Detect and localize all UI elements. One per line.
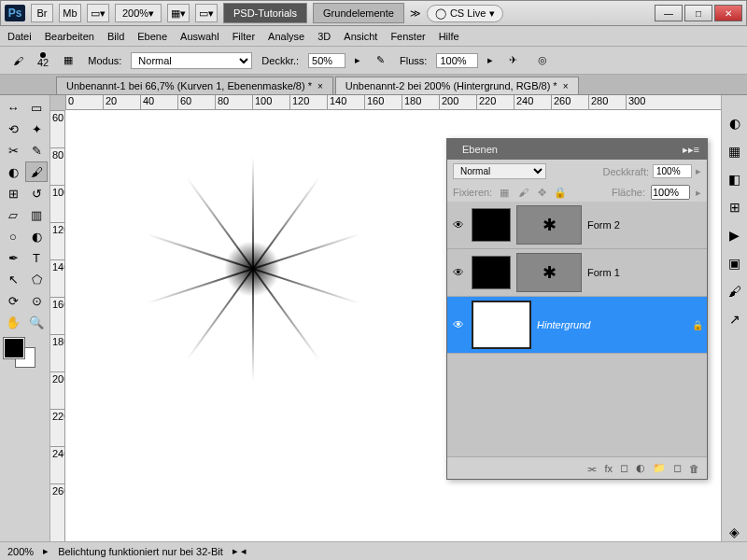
actions-panel-icon[interactable]: ▣ — [726, 254, 744, 273]
flow-dropdown-icon[interactable]: ▸ — [487, 54, 493, 66]
path-selection-tool[interactable]: ↖ — [2, 269, 24, 289]
lock-pixels-icon[interactable]: 🖌 — [516, 186, 529, 199]
new-layer-icon[interactable]: ◻ — [673, 462, 682, 474]
swatches-panel-icon[interactable]: ▦ — [726, 142, 744, 161]
panel-collapse-icon[interactable]: ▸▸ — [683, 144, 694, 156]
layer-row-form2[interactable]: 👁 ✱ Form 2 — [447, 202, 707, 249]
opacity-input[interactable] — [308, 53, 345, 68]
delete-layer-icon[interactable]: 🗑 — [689, 463, 699, 474]
foreground-color-swatch[interactable] — [4, 338, 24, 358]
blend-mode-select[interactable]: Normal — [131, 52, 252, 69]
3d-camera-tool[interactable]: ⊙ — [25, 290, 48, 311]
visibility-toggle-icon[interactable]: 👁 — [451, 318, 466, 331]
hand-tool[interactable]: ✋ — [2, 312, 24, 332]
vertical-ruler[interactable]: 6080100120140160180200220240260 — [50, 110, 65, 541]
color-panel-icon[interactable]: ◐ — [726, 114, 744, 133]
visibility-toggle-icon[interactable]: 👁 — [451, 218, 466, 231]
shape-tool[interactable]: ⬠ — [25, 269, 48, 289]
brush-tool-icon[interactable]: 🖌 — [7, 50, 28, 71]
status-zoom[interactable]: 200% — [7, 546, 34, 557]
menu-filter[interactable]: Filter — [233, 31, 255, 42]
arrange-docs-button[interactable]: ▭▾ — [195, 4, 218, 22]
type-tool[interactable]: T — [25, 247, 48, 268]
layer-row-form1[interactable]: 👁 ✱ Form 1 — [447, 249, 707, 297]
menu-datei[interactable]: Datei — [7, 31, 32, 42]
document-tab-2[interactable]: Unbenannt-2 bei 200% (Hintergrund, RGB/8… — [335, 77, 579, 94]
adjustments-panel-icon[interactable]: ◧ — [726, 170, 744, 189]
layer-mask-icon[interactable]: ◻ — [620, 462, 628, 474]
eraser-tool[interactable]: ▱ — [2, 204, 24, 225]
menu-bild[interactable]: Bild — [107, 31, 124, 42]
menu-ebene[interactable]: Ebene — [137, 31, 167, 42]
blur-tool[interactable]: ○ — [2, 226, 24, 246]
layer-opacity-dropdown-icon[interactable]: ▸ — [696, 165, 701, 177]
layer-row-hintergrund[interactable]: 👁 Hintergrund 🔒 — [447, 297, 707, 354]
layer-thumb[interactable] — [472, 301, 531, 349]
menu-analyse[interactable]: Analyse — [268, 31, 304, 42]
lock-position-icon[interactable]: ✥ — [535, 186, 548, 199]
menu-bearbeiten[interactable]: Bearbeiten — [45, 31, 94, 42]
3d-tool[interactable]: ⟳ — [2, 290, 24, 311]
lasso-tool[interactable]: ⟲ — [2, 119, 24, 139]
cs-live-button[interactable]: ◯ CS Live ▾ — [427, 5, 504, 22]
opacity-pressure-icon[interactable]: ✎ — [370, 50, 390, 71]
brush-panel-toggle[interactable]: ▦ — [58, 50, 78, 71]
airbrush-icon[interactable]: ✈ — [502, 50, 523, 71]
layer-color-thumb[interactable] — [472, 208, 511, 242]
move-tool[interactable]: ↔ — [2, 97, 24, 118]
magic-wand-tool[interactable]: ✦ — [25, 119, 48, 139]
gradient-tool[interactable]: ▥ — [25, 204, 48, 225]
lock-transparency-icon[interactable]: ▦ — [498, 186, 511, 199]
workspace-tab-psd-tutorials[interactable]: PSD-Tutorials — [223, 3, 307, 23]
layers-panel-tab[interactable]: Ebenen ▸▸ ≡ — [447, 139, 707, 160]
layer-blend-mode-select[interactable]: Normal — [453, 163, 546, 179]
dodge-tool[interactable]: ◐ — [25, 226, 48, 246]
layers-panel[interactable]: Ebenen ▸▸ ≡ Normal Deckkraft: ▸ Fixieren… — [446, 138, 708, 480]
fill-input[interactable] — [651, 185, 690, 200]
adjustment-layer-icon[interactable]: ◐ — [636, 462, 645, 474]
crop-tool[interactable]: ✂ — [2, 140, 24, 161]
eyedropper-tool[interactable]: ✎ — [25, 140, 48, 161]
brush-panel-icon[interactable]: 🖌 — [726, 282, 744, 301]
color-swatches[interactable] — [2, 338, 39, 371]
doctab-1-close-icon[interactable]: × — [317, 81, 323, 91]
layer-shape-thumb[interactable]: ✱ — [516, 205, 582, 245]
zoom-level-button[interactable]: 200% ▾ — [115, 4, 162, 22]
window-close-button[interactable]: ✕ — [714, 5, 742, 21]
menu-fenster[interactable]: Fenster — [390, 31, 425, 42]
tablet-pressure-icon[interactable]: ◎ — [532, 50, 553, 71]
layer-opacity-input[interactable] — [653, 164, 692, 178]
layer-style-icon[interactable]: fx — [604, 463, 613, 474]
lock-all-icon[interactable]: 🔒 — [554, 186, 567, 199]
layer-shape-thumb[interactable]: ✱ — [516, 253, 582, 292]
history-panel-icon[interactable]: ▶ — [726, 226, 744, 245]
horizontal-ruler[interactable]: 0204060801001201401601802002202402602803… — [65, 95, 721, 110]
layer-name[interactable]: Hintergrund — [537, 319, 686, 330]
layer-name[interactable]: Form 1 — [587, 267, 703, 278]
brush-preset-picker[interactable]: 42 — [37, 52, 49, 68]
workspace-tab-grundelemente[interactable]: Grundelemente — [313, 3, 404, 23]
brush-tool[interactable]: 🖌 — [25, 161, 48, 182]
layer-color-thumb[interactable] — [472, 256, 511, 289]
opacity-dropdown-icon[interactable]: ▸ — [355, 54, 360, 66]
styles-panel-icon[interactable]: ⊞ — [726, 198, 744, 217]
document-tab-1[interactable]: Unbenannt-1 bei 66,7% (Kurven 1, Ebenenm… — [56, 77, 333, 94]
window-minimize-button[interactable]: — — [655, 5, 683, 21]
menu-hilfe[interactable]: Hilfe — [439, 31, 459, 42]
link-layers-icon[interactable]: ⫘ — [586, 463, 597, 474]
visibility-toggle-icon[interactable]: 👁 — [451, 266, 466, 279]
screen-mode-button[interactable]: ▭▾ — [87, 4, 109, 22]
window-maximize-button[interactable]: □ — [684, 5, 712, 21]
layer-group-icon[interactable]: 📁 — [653, 462, 666, 474]
view-extras-button[interactable]: ▦▾ — [167, 4, 190, 22]
flow-input[interactable] — [436, 53, 478, 68]
fill-dropdown-icon[interactable]: ▸ — [696, 187, 701, 199]
bridge-button[interactable]: Br — [31, 4, 53, 22]
paths-panel-icon[interactable]: ↗ — [726, 310, 744, 329]
doctab-2-close-icon[interactable]: × — [563, 81, 569, 91]
menu-ansicht[interactable]: Ansicht — [344, 31, 377, 42]
clone-stamp-tool[interactable]: ⊞ — [2, 183, 24, 203]
minibridge-button[interactable]: Mb — [59, 4, 81, 22]
more-workspaces-icon[interactable]: ≫ — [410, 7, 421, 20]
marquee-tool[interactable]: ▭ — [25, 97, 48, 118]
